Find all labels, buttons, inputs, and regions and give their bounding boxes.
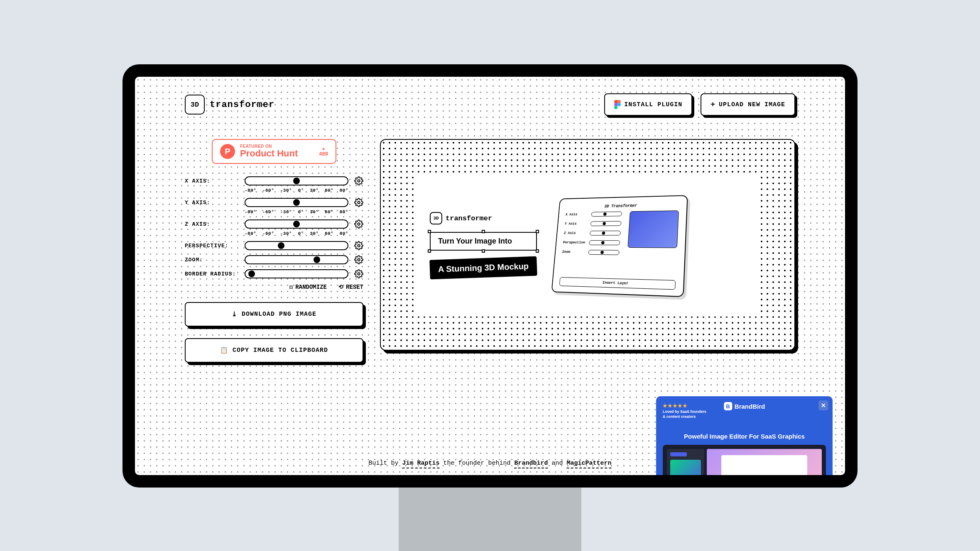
- reset-button[interactable]: ⟲ RESET: [338, 283, 363, 290]
- svg-point-4: [358, 258, 360, 261]
- zoom-slider[interactable]: [245, 255, 348, 264]
- close-icon[interactable]: ✕: [818, 400, 828, 410]
- svg-point-5: [358, 273, 360, 275]
- slider-thumb[interactable]: [293, 178, 300, 184]
- svg-point-1: [358, 201, 360, 204]
- upvote-triangle-icon: ▲: [319, 146, 328, 151]
- preview-logo-mark: 3D: [430, 212, 442, 224]
- header: 3D transformer INSTALL PLUGIN + UPLOAD N…: [185, 93, 795, 116]
- copy-label: COPY IMAGE TO CLIPBOARD: [233, 347, 328, 354]
- footer-text-2: the founder behind: [443, 460, 514, 467]
- zoom-label: ZOOM:: [185, 257, 239, 263]
- mockup-insert-button: Insert Layer: [559, 277, 676, 290]
- x-axis-row: X AXIS:: [185, 176, 363, 185]
- promo-screenshot: [663, 445, 826, 475]
- gear-icon[interactable]: [354, 255, 363, 264]
- download-icon: ⤓: [232, 310, 238, 318]
- z-axis-ticks: -80°-60°-30°0°30°60°80°: [245, 231, 348, 236]
- brandbird-icon: B: [724, 402, 732, 410]
- mockup-title: 3D Transformer: [566, 202, 679, 209]
- border-radius-row: BORDER RADIUS:: [185, 269, 363, 278]
- gear-icon[interactable]: [354, 198, 363, 207]
- upvote-count: 489: [319, 151, 328, 157]
- slider-thumb[interactable]: [314, 256, 320, 263]
- zoom-row: ZOOM:: [185, 255, 363, 264]
- footer-text-3: and: [552, 460, 567, 467]
- reset-icon: ⟲: [338, 283, 343, 290]
- slider-thumb[interactable]: [293, 221, 300, 227]
- promo-popup: ✕ ★★★★★ Loved by SaaS founders & content…: [656, 396, 833, 475]
- preview-tagline-1-frame: Turn Your Image Into: [430, 232, 537, 251]
- monitor-stand: [399, 488, 581, 551]
- promo-brand-name: BrandBird: [735, 403, 765, 410]
- download-png-button[interactable]: ⤓ DOWNLOAD PNG IMAGE: [185, 302, 363, 327]
- preview-content: 3D transformer Turn Your Image Into A St…: [417, 173, 758, 317]
- footer-magicpattern-link[interactable]: MagicPattern: [567, 460, 612, 468]
- svg-point-2: [358, 223, 360, 225]
- product-hunt-upvotes: ▲ 489: [319, 146, 328, 157]
- svg-point-0: [358, 180, 360, 182]
- download-label: DOWNLOAD PNG IMAGE: [242, 311, 316, 318]
- plus-icon: +: [710, 101, 715, 108]
- monitor-frame: 3D transformer INSTALL PLUGIN + UPLOAD N…: [122, 64, 858, 488]
- gear-icon[interactable]: [354, 219, 363, 229]
- footer-text-1: Built by: [368, 460, 402, 467]
- mockup-thumbnail: [628, 210, 679, 248]
- controls-panel: P FEATURED ON Product Hunt ▲ 489 X AXIS:: [185, 139, 363, 363]
- perspective-label: PERSPECTIVE:: [185, 243, 239, 249]
- preview-mockup-card: 3D Transformer X Axis Y Axis Z Axis Pers…: [551, 195, 688, 297]
- perspective-row: PERSPECTIVE:: [185, 241, 363, 250]
- border-radius-slider[interactable]: [245, 269, 348, 278]
- upload-image-button[interactable]: + UPLOAD NEW IMAGE: [701, 93, 795, 116]
- x-axis-slider[interactable]: [245, 176, 348, 185]
- gear-icon[interactable]: [354, 176, 363, 185]
- copy-clipboard-button[interactable]: 📋 COPY IMAGE TO CLIPBOARD: [185, 338, 363, 363]
- preview-canvas: 3D transformer Turn Your Image Into A St…: [380, 139, 795, 351]
- install-plugin-button[interactable]: INSTALL PLUGIN: [604, 93, 692, 116]
- y-axis-slider[interactable]: [245, 198, 348, 207]
- gear-icon[interactable]: [354, 269, 363, 278]
- product-hunt-badge[interactable]: P FEATURED ON Product Hunt ▲ 489: [212, 139, 336, 164]
- y-axis-row: Y AXIS:: [185, 198, 363, 207]
- preview-logo-text: transformer: [446, 215, 492, 222]
- promo-headline: Poweful Image Editor For SaaS Graphics: [663, 433, 826, 440]
- action-links: ⚄ RANDOMIZE ⟲ RESET: [185, 283, 363, 290]
- perspective-slider[interactable]: [245, 241, 348, 250]
- randomize-button[interactable]: ⚄ RANDOMIZE: [289, 283, 327, 290]
- slider-thumb[interactable]: [278, 242, 284, 249]
- y-axis-label: Y AXIS:: [185, 200, 239, 206]
- product-hunt-icon: P: [220, 144, 235, 159]
- promo-brand: B BrandBird: [724, 402, 765, 410]
- logo-mark: 3D: [185, 95, 205, 115]
- slider-thumb[interactable]: [248, 271, 255, 277]
- y-axis-ticks: -80°-60°-30°0°30°60°80°: [245, 210, 348, 215]
- logo-text: transformer: [210, 100, 274, 110]
- upload-image-label: UPLOAD NEW IMAGE: [719, 101, 785, 108]
- randomize-label: RANDOMIZE: [295, 284, 327, 290]
- footer-brandbird-link[interactable]: Brandbird: [514, 460, 548, 468]
- border-radius-label: BORDER RADIUS:: [185, 271, 239, 277]
- x-axis-ticks: -80°-60°-30°0°30°60°80°: [245, 188, 348, 193]
- slider-controls: X AXIS: -80°-60°-30°0°30°60°80° Y AXIS: …: [185, 176, 363, 290]
- header-buttons: INSTALL PLUGIN + UPLOAD NEW IMAGE: [604, 93, 795, 116]
- clipboard-icon: 📋: [220, 346, 228, 354]
- preview-tagline-2: A Stunning 3D Mockup: [429, 256, 537, 280]
- dice-icon: ⚄: [289, 283, 293, 290]
- reset-label: RESET: [346, 284, 363, 290]
- product-hunt-texts: FEATURED ON Product Hunt: [240, 144, 314, 158]
- svg-point-3: [358, 244, 360, 247]
- footer: Built by Jim Raptis the founder behind B…: [368, 460, 611, 467]
- install-plugin-label: INSTALL PLUGIN: [624, 101, 682, 108]
- footer-author-link[interactable]: Jim Raptis: [402, 460, 439, 468]
- product-hunt-main: Product Hunt: [240, 149, 314, 158]
- x-axis-label: X AXIS:: [185, 178, 239, 184]
- figma-icon: [614, 100, 621, 109]
- gear-icon[interactable]: [354, 241, 363, 250]
- z-axis-slider[interactable]: [245, 219, 348, 229]
- preview-text-area: 3D transformer Turn Your Image Into A St…: [430, 212, 537, 278]
- preview-logo: 3D transformer: [430, 212, 537, 224]
- preview-tagline-1: Turn Your Image Into: [430, 232, 537, 251]
- slider-thumb[interactable]: [293, 199, 300, 206]
- z-axis-row: Z AXIS:: [185, 219, 363, 229]
- logo: 3D transformer: [185, 95, 274, 115]
